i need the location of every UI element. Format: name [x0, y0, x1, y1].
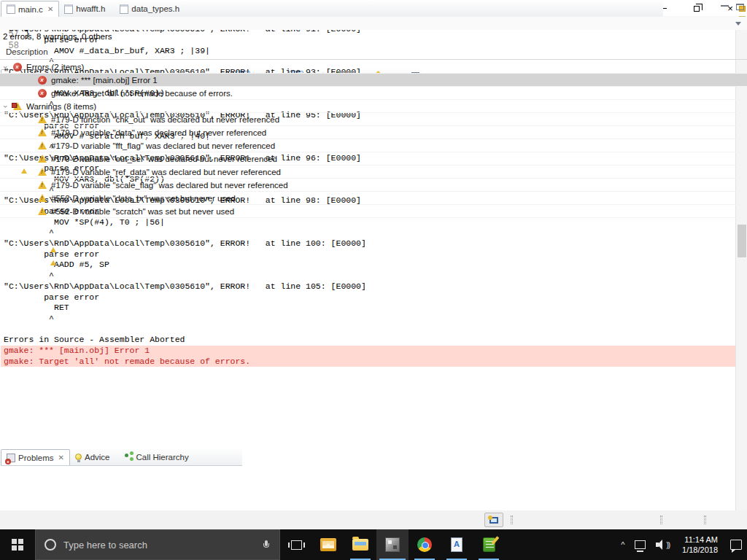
problem-text: #179-D variable "fft_flag" was declared … [51, 141, 275, 150]
severity-icon [12, 62, 23, 72]
minimize-view-icon[interactable] [721, 4, 729, 7]
severity-icon [36, 114, 47, 125]
severity-icon [36, 154, 47, 164]
editor-tab-label: main.c [18, 5, 43, 14]
clock-date: 1/18/2018 [682, 545, 718, 555]
editor-tab-label: data_types.h [131, 4, 179, 13]
file-type-icon [7, 4, 15, 14]
severity-icon [36, 167, 47, 177]
maximize-view-icon[interactable] [736, 4, 744, 10]
file-type-icon [64, 4, 73, 14]
taskbar-search-box[interactable]: Type here to search [35, 529, 280, 560]
microphone-icon[interactable] [263, 540, 269, 549]
problem-row[interactable]: #179-D variable "scale_flag" was declare… [0, 179, 747, 192]
severity-icon [36, 180, 47, 190]
problem-row[interactable]: #179-D function "chk_out" was declared b… [0, 113, 747, 126]
notification-center-icon[interactable] [725, 529, 747, 560]
taskbar-outlook-icon[interactable] [312, 529, 344, 560]
problem-text: gmake: *** [main.obj] Error 1 [51, 76, 158, 85]
editor-tabrow: main.c ✕ hwafft.h data_types.h [1, 1, 663, 18]
desktop: workspace - CCS Edit - hwafft_v1/main.c … [0, 0, 747, 560]
severity-icon [36, 88, 47, 98]
build-console-status-icon[interactable] [484, 513, 503, 527]
network-icon[interactable] [630, 529, 651, 560]
problem-row[interactable]: #179-D variable "fft_flag" was declared … [0, 139, 747, 152]
taskbar-ccs-icon[interactable] [376, 529, 409, 560]
tree-chevron-icon[interactable] [0, 102, 12, 111]
severity-icon [36, 206, 47, 217]
problem-row[interactable]: gmake: Target 'all' not remade because o… [0, 87, 747, 100]
status-bar [0, 510, 747, 529]
problem-text: Errors (2 items) [26, 63, 84, 71]
severity-icon [36, 75, 47, 85]
description-column-header[interactable]: Description [0, 45, 747, 60]
overlay-badge-icon [50, 260, 56, 265]
problem-row[interactable]: #552-D variable "scratch" was set but ne… [0, 205, 747, 218]
task-view-button[interactable] [280, 529, 312, 560]
start-button[interactable] [0, 529, 35, 560]
problem-text: #552-D variable "data_br" was set but ne… [51, 194, 236, 203]
problems-toolbar [0, 17, 747, 30]
tree-chevron-icon[interactable] [0, 63, 12, 71]
problem-text: #179-D variable "data" was declared but … [51, 128, 266, 137]
taskbar-file-explorer-icon[interactable] [344, 529, 376, 560]
problem-row[interactable]: #179-D variable "out_sel" was declared b… [0, 152, 747, 166]
taskbar-notepad-icon[interactable] [473, 529, 505, 560]
windows-logo-icon [12, 539, 23, 551]
editor-tab-label: hwafft.h [76, 4, 105, 13]
cortana-icon [44, 539, 56, 551]
view-menu-icon[interactable] [735, 22, 741, 26]
taskbar-chrome-icon[interactable] [409, 529, 441, 560]
problem-row[interactable]: #552-D variable "data_br" was set but ne… [0, 192, 747, 205]
problem-text: #179-D function "chk_out" was declared b… [51, 115, 279, 124]
problem-row[interactable]: Errors (2 items) [0, 61, 747, 74]
editor-tab[interactable]: data_types.h [115, 1, 189, 17]
overlay-badge-icon [12, 103, 17, 108]
problem-text: #179-D variable "out_sel" was declared b… [51, 155, 277, 163]
file-type-icon [120, 4, 128, 14]
clock-time: 11:14 AM [682, 534, 718, 545]
tray-expand-icon[interactable]: ^ [616, 529, 630, 560]
problem-text: Warnings (8 items) [26, 102, 96, 111]
problem-text: #552-D variable "scratch" was set but ne… [51, 207, 234, 216]
taskbar-wordpad-icon[interactable] [441, 529, 473, 560]
editor-tab[interactable]: main.c ✕ [1, 1, 59, 17]
severity-icon [36, 128, 47, 138]
problem-text: #179-D variable "ref_data" was declared … [51, 168, 281, 176]
close-tab-icon[interactable]: ✕ [47, 5, 53, 13]
overlay-badge-icon [21, 168, 27, 174]
editor-tab[interactable]: hwafft.h [59, 1, 115, 17]
problem-text: gmake: Target 'all' not remade because o… [51, 89, 233, 98]
problems-summary: 2 errors, 8 warnings, 0 others [3, 32, 747, 41]
overlay-badge-icon [50, 247, 56, 252]
taskbar-clock[interactable]: 11:14 AM 1/18/2018 [675, 534, 725, 555]
problem-row[interactable]: #179-D variable "ref_data" was declared … [0, 166, 747, 179]
problem-row[interactable]: gmake: *** [main.obj] Error 1 [0, 74, 747, 87]
severity-icon [36, 193, 47, 203]
search-placeholder: Type here to search [63, 540, 256, 551]
problems-list: Errors (2 items) gmake: *** [main.obj] E… [0, 61, 747, 548]
taskbar: Type here to search ^ )) 11:14 AM 1/18/2… [0, 529, 747, 560]
problem-row[interactable]: Warnings (8 items) [0, 100, 747, 113]
volume-icon[interactable]: )) [651, 529, 675, 560]
restore-button[interactable] [680, 0, 713, 16]
severity-icon [36, 141, 47, 151]
problem-text: #179-D variable "scale_flag" was declare… [51, 181, 288, 190]
problem-row[interactable]: #179-D variable "data" was declared but … [0, 126, 747, 139]
